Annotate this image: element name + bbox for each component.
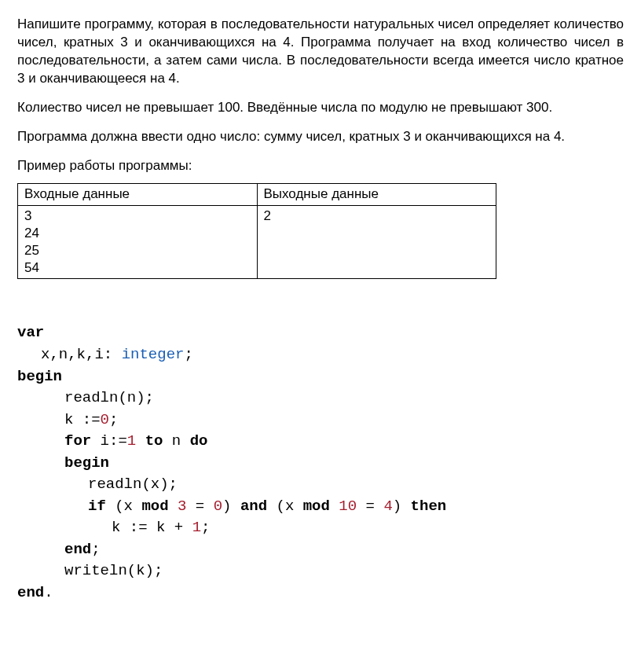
code-eq2: = [357, 498, 383, 515]
example-table: Входные данные Выходные данные 3 24 25 5… [17, 183, 496, 279]
code-type: integer [122, 346, 185, 363]
table-header-output: Выходные данные [257, 183, 496, 205]
code-num-4: 4 [383, 498, 392, 515]
code-num-1: 1 [127, 432, 136, 450]
code-semi-1: ; [184, 346, 192, 363]
code-kw-var: var [17, 324, 44, 341]
code-kw-do: do [190, 432, 208, 450]
code-kw-for: for [64, 432, 91, 450]
code-kw-end-2: end [17, 584, 44, 601]
code-kw-mod-2: mod [303, 498, 330, 515]
problem-paragraph-3: Программа должна ввести одно число: сумм… [17, 128, 624, 146]
problem-paragraph-1: Напишите программу, которая в последоват… [17, 16, 624, 88]
code-block: var x,n,k,i: integer; begin readln(n); k… [17, 301, 624, 604]
table-output-cell: 2 [257, 205, 496, 278]
code-kw-then: then [411, 498, 447, 515]
problem-paragraph-2: Колиество чисел не превышает 100. Введён… [17, 99, 624, 117]
code-readln-x: readln(x); [88, 476, 178, 493]
code-semi-2: ; [109, 411, 118, 428]
code-kw-end-1: end [64, 541, 91, 558]
code-num-0: 0 [101, 411, 109, 428]
code-for-i: i:= [91, 432, 127, 450]
code-kw-begin-2: begin [64, 454, 109, 472]
code-kw-begin-1: begin [17, 368, 62, 385]
code-kw-and: and [240, 498, 267, 515]
code-dot: . [44, 584, 53, 601]
code-kw-mod-1: mod [141, 498, 168, 515]
code-k-inc: k := k + [112, 519, 192, 536]
code-writeln: writeln(k); [64, 562, 163, 579]
code-if-open: (x [106, 498, 142, 515]
code-k-assign: k := [64, 411, 101, 428]
code-num-3: 3 [178, 498, 186, 515]
code-eq0: = [186, 498, 213, 515]
code-for-n: n [163, 432, 189, 450]
code-readln-n: readln(n); [64, 389, 154, 406]
code-kw-if: if [88, 498, 106, 515]
code-end-semi: ; [91, 541, 100, 558]
code-num-10: 10 [339, 498, 357, 515]
code-decl: x,n,k,i: [41, 346, 122, 363]
code-num-1b: 1 [192, 519, 201, 536]
code-rparen2: ) [393, 498, 411, 515]
code-num-0b: 0 [214, 498, 222, 515]
code-rparen1: ) [222, 498, 240, 515]
example-label: Пример работы программы: [17, 157, 624, 175]
code-semi-3: ; [201, 519, 210, 536]
code-sp-3 [330, 498, 339, 515]
code-sp-2 [169, 498, 178, 515]
table-input-cell: 3 24 25 54 [18, 205, 258, 278]
code-open2: (x [267, 498, 303, 515]
table-header-input: Входные данные [18, 183, 258, 205]
code-sp-1 [136, 432, 145, 450]
code-kw-to: to [145, 432, 163, 450]
